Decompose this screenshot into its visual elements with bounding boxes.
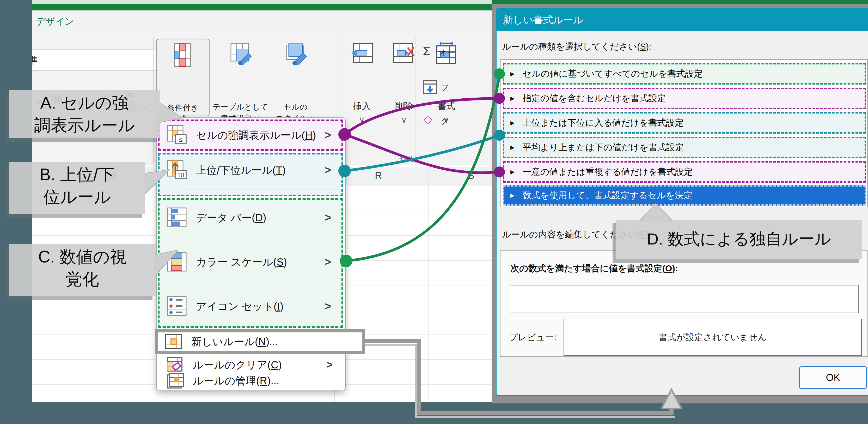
- annotation-c-line2: 覚化: [9, 268, 156, 290]
- rule-label: 指定の値を含むセルだけを書式設定: [523, 92, 666, 104]
- button-label: テーブルとして: [211, 101, 270, 113]
- data-bars-icon: [167, 207, 187, 228]
- rule-arrow-icon: ►: [509, 119, 516, 127]
- formula-input[interactable]: [510, 285, 859, 313]
- rule-type-top-bottom-values[interactable]: ► 上位または下位に入る値だけを書式設定: [503, 112, 866, 134]
- insert-button[interactable]: 挿入 ∨: [342, 38, 382, 115]
- button-label: 削除: [384, 100, 424, 112]
- menu-item-manage-rules[interactable]: ルールの管理(R)...: [158, 373, 343, 388]
- menu-item-clear-rules[interactable]: ルールのクリア(C) >: [158, 357, 343, 373]
- annotation-label-a: A. セルの強 調表示ルール: [9, 90, 160, 138]
- rule-arrow-icon: ►: [509, 192, 516, 200]
- menu-item-label: アイコン セット(I): [196, 299, 283, 314]
- chevron-down-icon: ∨: [384, 114, 424, 126]
- delete-button[interactable]: 削除 ∨: [384, 38, 424, 115]
- svg-text:≤: ≤: [179, 135, 183, 143]
- clear-eraser-icon[interactable]: ◇: [423, 112, 433, 126]
- select-rule-type-label: ルールの種類を選択してください(S):: [502, 41, 651, 53]
- submenu-arrow-icon: >: [324, 300, 331, 313]
- annotation-a-line2: 調表示ルール: [9, 114, 160, 137]
- highlight-cells-icon: ≤: [167, 125, 187, 145]
- rule-label: セルの値に基づいてすべてのセルを書式設定: [523, 68, 703, 80]
- menu-item-label: ルールのクリア(C): [193, 358, 282, 372]
- cell-styles-icon: [286, 43, 308, 65]
- button-label: セルの: [272, 101, 319, 113]
- excel-green-bar: [32, 4, 493, 10]
- titlebar-green-strip-right: [492, 0, 868, 4]
- chevron-down-icon: ∨: [342, 114, 382, 126]
- annotation-d-text: D. 数式による独自ルール: [616, 220, 862, 258]
- format-as-table-icon: [230, 43, 252, 65]
- submenu-arrow-icon: >: [324, 129, 331, 141]
- menu-item-label: データ バー(D): [196, 210, 266, 225]
- icon-sets-icon: [167, 296, 187, 316]
- column-header-s[interactable]: S: [468, 170, 474, 181]
- preview-box: 書式が設定されていません: [563, 319, 862, 356]
- group-label-cells: セル: [378, 153, 436, 165]
- rule-type-use-formula-selected[interactable]: ► 数式を使用して、書式設定するセルを決定: [503, 185, 866, 206]
- excel-top-strip: [32, 0, 493, 4]
- tab-design[interactable]: デザイン: [36, 15, 74, 28]
- menu-group-visualization: データ バー(D) > カラー スケール(S) > アイコン セット(I): [158, 198, 343, 328]
- menu-item-icon-sets[interactable]: アイコン セット(I) >: [159, 293, 341, 319]
- svg-text:10: 10: [177, 171, 184, 178]
- rule-type-unique-duplicate[interactable]: ► 一意の値または重複する値だけを書式設定: [503, 161, 866, 182]
- column-header-r[interactable]: R: [375, 170, 382, 181]
- autosum-label: オー: [438, 47, 455, 58]
- dialog-titlebar[interactable]: 新しい書式ルール: [496, 8, 868, 31]
- dialog-footer-divider: [496, 362, 868, 362]
- rule-type-format-cells-containing[interactable]: ► 指定の値を含むセルだけを書式設定: [503, 88, 866, 109]
- rule-label: 一意の値または重複する値だけを書式設定: [523, 166, 693, 178]
- rule-label: 平均より上または下の値だけを書式設定: [523, 141, 684, 153]
- fill-down-icon[interactable]: [423, 80, 437, 94]
- rule-arrow-icon: ►: [509, 70, 516, 78]
- fill-label: フ: [440, 82, 449, 93]
- new-rule-icon: [165, 334, 183, 349]
- manage-rules-icon: [167, 373, 184, 389]
- top-bottom-rules-icon: 10: [167, 160, 187, 180]
- menu-item-label: 上位/下位ルール(T): [196, 163, 286, 177]
- annotation-a-line1: A. セルの強: [9, 92, 160, 114]
- insert-cells-icon: [351, 43, 373, 64]
- menu-item-top-bottom-rules[interactable]: 10 上位/下位ルール(T) >: [158, 153, 343, 196]
- annotation-c-line1: C. 数値の視: [9, 246, 156, 268]
- rule-arrow-icon: ►: [509, 94, 516, 103]
- menu-item-label: セルの強調表示ルール(H): [196, 128, 316, 142]
- rule-arrow-icon: ►: [509, 168, 516, 176]
- menu-item-label: 新しいルール(N)...: [191, 335, 278, 349]
- conditional-formatting-icon: [174, 43, 191, 67]
- color-scales-icon: [167, 252, 187, 272]
- rule-type-format-all-cells[interactable]: ► セルの値に基づいてすべてのセルを書式設定: [503, 63, 866, 85]
- rule-label: 数式を使用して、書式設定するセルを決定: [523, 190, 692, 201]
- rule-type-above-below-average[interactable]: ► 平均より上または下の値だけを書式設定: [503, 137, 866, 158]
- format-as-table-button[interactable]: テーブルとして 書式設定 ∨: [211, 38, 270, 115]
- formula-label: 次の数式を満たす場合に値を書式設定(O):: [510, 262, 678, 275]
- cell-styles-button[interactable]: セルの スタイル ∨: [272, 38, 319, 115]
- ok-button[interactable]: OK: [799, 366, 867, 389]
- preview-value: 書式が設定されていません: [659, 331, 767, 343]
- annotation-label-b: B. 上位/下 位ルール: [9, 162, 145, 214]
- annotation-label-d: D. 数式による独自ルール: [616, 220, 862, 259]
- gridline: [428, 167, 429, 402]
- rule-arrow-icon: ►: [509, 143, 516, 151]
- button-label: 条件付き: [157, 102, 209, 113]
- menu-item-data-bars[interactable]: データ バー(D) >: [159, 204, 341, 231]
- annotation-label-c: C. 数値の視 覚化: [9, 244, 156, 296]
- clear-rules-icon: [167, 357, 184, 373]
- menu-item-color-scales[interactable]: カラー スケール(S) >: [159, 249, 341, 275]
- menu-item-label: ルールの管理(R)...: [193, 374, 279, 388]
- dialog-title: 新しい書式ルール: [503, 13, 583, 27]
- sigma-icon[interactable]: Σ: [423, 44, 431, 58]
- rule-label: 上位または下位に入る値だけを書式設定: [523, 117, 684, 129]
- annotation-b-line1: B. 上位/下: [9, 163, 145, 186]
- menu-item-highlight-cells-rules[interactable]: ≤ セルの強調表示ルール(H) >: [158, 119, 343, 151]
- button-label: 書式: [427, 100, 466, 112]
- menu-item-new-rule[interactable]: 新しいルール(N)...: [155, 329, 365, 354]
- group-divider: [415, 36, 416, 163]
- clear-label: ク: [440, 115, 449, 127]
- menu-item-label: カラー スケール(S): [196, 255, 287, 269]
- annotation-b-line2: 位ルール: [9, 186, 145, 208]
- delete-cells-icon: [393, 43, 415, 64]
- conditional-formatting-button[interactable]: 条件付き 書式 ∨: [156, 38, 210, 116]
- submenu-arrow-icon: >: [324, 256, 331, 268]
